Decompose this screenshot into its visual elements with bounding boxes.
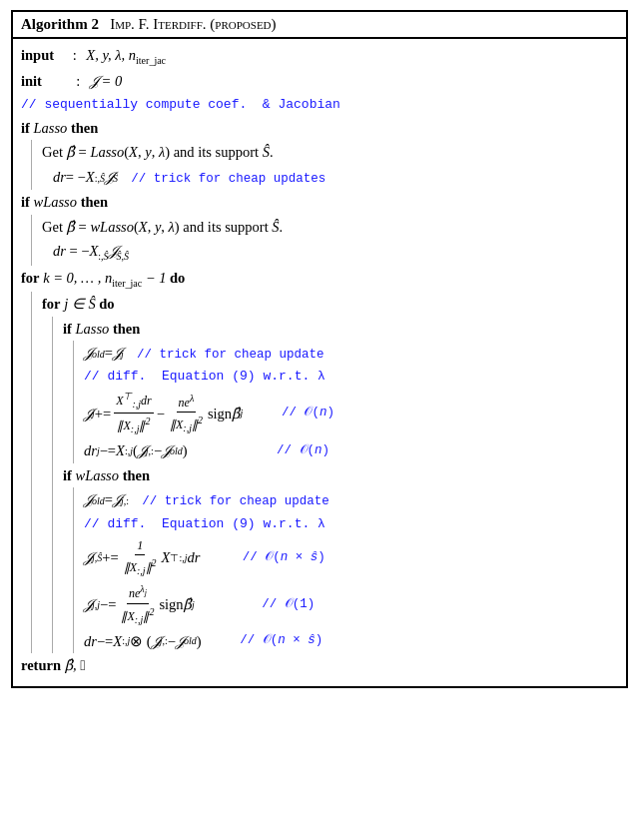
dr-update-lasso: drj −= X:,j(𝒥j,: − 𝒥old) // 𝒪(n)	[84, 438, 618, 462]
j-update-wlasso2: 𝒥j,j −= neλj ‖X:,j‖2 sign β̂j // 𝒪(1)	[84, 580, 618, 628]
if-wlasso-line: if wLasso then	[21, 190, 618, 214]
lasso-dr-comment: // trick for cheap updates	[131, 170, 325, 189]
input-vars: X, y, λ, niter_jac	[86, 44, 166, 68]
init-line: init : 𝒥 = 0	[21, 69, 618, 93]
lasso-get-line: Get β̂ = Lasso(X, y, λ) and its support …	[42, 140, 618, 164]
j-update-wlasso1: 𝒥j,Ŝ += 1 ‖X:,j‖2 X⊤:,jdr // 𝒪(n × ŝ)	[84, 535, 618, 580]
for-j-block: if Lasso then 𝒥old = 𝒥j // trick for che…	[52, 317, 618, 654]
if-lasso-line: if Lasso then	[21, 116, 618, 140]
lasso-dr-line: dr = −X:,Ŝ𝒥Ŝ // trick for cheap updates	[42, 165, 618, 190]
init-expr: 𝒥 = 0	[90, 70, 122, 92]
algo-name: Imp. F. Iterdiff. (proposed)	[110, 16, 276, 32]
dr-update-wlasso: dr −= X:,j ⊗ (𝒥j,: − 𝒥old) // 𝒪(n × ŝ)	[84, 629, 618, 653]
jold-wlasso-comment: // trick for cheap update	[142, 492, 329, 511]
comment-diff-lasso: // diff. Equation (9) w.r.t. λ	[84, 366, 618, 388]
big-o-ns2: // 𝒪(n × ŝ)	[240, 631, 322, 650]
input-line: input : X, y, λ, niter_jac	[21, 43, 618, 69]
algorithm-body: input : X, y, λ, niter_jac init : 𝒥 = 0 …	[13, 39, 626, 686]
wlasso-block: Get β̂ = wLasso(X, y, λ) and its support…	[31, 215, 618, 266]
inner-wlasso-block: 𝒥old = 𝒥j,: // trick for cheap update //…	[73, 487, 618, 653]
for-k-line: for k = 0, … , niter_jac − 1 do	[21, 266, 618, 292]
wlasso-get-line: Get β̂ = wLasso(X, y, λ) and its support…	[42, 215, 618, 239]
jold-wlasso-line: 𝒥old = 𝒥j,: // trick for cheap update	[84, 487, 618, 512]
j-update-lasso: 𝒥j += X⊤:,jdr ‖X:,j‖2 − neλ ‖X:,j‖2 sign…	[84, 388, 618, 438]
algorithm-box: Algorithm 2 Imp. F. Iterdiff. (proposed)…	[11, 10, 628, 688]
for-k-block: for j ∈ Ŝ do if Lasso then 𝒥old = 𝒥j	[31, 292, 618, 653]
comment-sequential: // sequentially compute coef. & Jacobian	[21, 94, 618, 116]
for-j-line: for j ∈ Ŝ do	[42, 292, 618, 316]
algorithm-title: Algorithm 2 Imp. F. Iterdiff. (proposed)	[13, 12, 626, 39]
big-o-n2: // 𝒪(n)	[277, 441, 329, 460]
big-o-1: // 𝒪(1)	[262, 595, 315, 614]
comment-diff-wlasso: // diff. Equation (9) w.r.t. λ	[84, 513, 618, 535]
input-label: input	[21, 44, 69, 66]
if-lasso-inner-line: if Lasso then	[63, 317, 618, 341]
lasso-block: Get β̂ = Lasso(X, y, λ) and its support …	[31, 140, 618, 190]
jold-lasso-comment: // trick for cheap update	[137, 346, 324, 365]
algo-number: Algorithm 2	[21, 16, 99, 32]
if-wlasso-inner-line: if wLasso then	[63, 463, 618, 487]
init-label: init	[21, 70, 69, 92]
return-line: return β̂, 𝒥	[21, 653, 618, 677]
jold-lasso-line: 𝒥old = 𝒥j // trick for cheap update	[84, 341, 618, 366]
wlasso-dr-line: dr = −X:,Ŝ𝒥Ŝ,Ŝ	[42, 239, 618, 265]
big-o-ns1: // 𝒪(n × ŝ)	[243, 548, 325, 567]
inner-lasso-block: 𝒥old = 𝒥j // trick for cheap update // d…	[73, 341, 618, 463]
big-o-n1: // 𝒪(n)	[282, 404, 334, 422]
